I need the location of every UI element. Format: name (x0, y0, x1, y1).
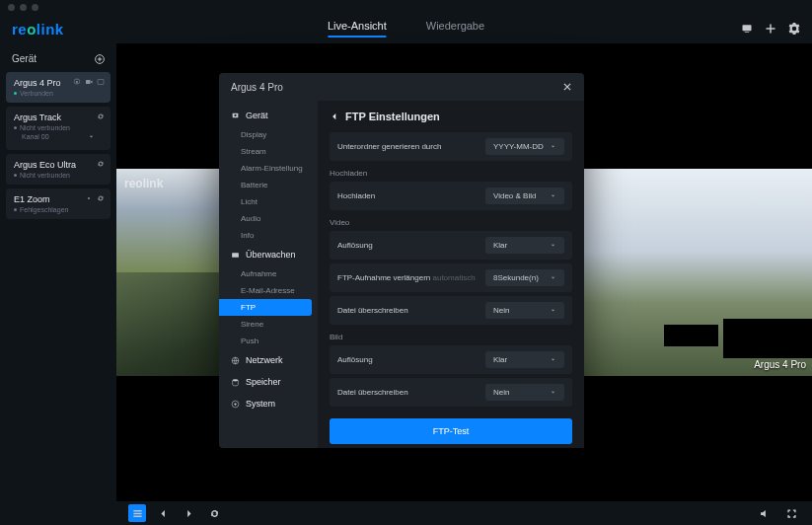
nav-section-system[interactable]: System (219, 393, 318, 414)
nav-item-stream[interactable]: Stream (219, 143, 318, 160)
layout-button[interactable] (128, 504, 146, 522)
select-overwrite[interactable]: Nein (485, 302, 564, 319)
svg-rect-1 (745, 32, 750, 33)
traffic-light-min[interactable] (20, 4, 27, 11)
nav-section-monitor[interactable]: Überwachen (219, 244, 318, 265)
svg-rect-0 (743, 25, 752, 31)
device-item[interactable]: Argus Eco Ultra Nicht verbunden (6, 154, 111, 185)
row-upload: Hochladen Video & Bild (330, 182, 572, 210)
nav-item-display[interactable]: Display (219, 126, 318, 143)
settings-modal: Argus 4 Pro Gerät Display Stream Alarm-E… (219, 73, 584, 448)
svg-point-15 (234, 113, 236, 115)
add-device-icon[interactable] (765, 23, 776, 35)
svg-point-10 (88, 197, 90, 199)
settings-icon[interactable] (788, 23, 800, 35)
select-img-overwrite[interactable]: Nein (485, 384, 564, 401)
svg-rect-13 (133, 515, 141, 516)
refresh-button[interactable] (205, 504, 223, 522)
row-subfolder: Unterordner generieren durch YYYY-MM-DD (330, 132, 572, 161)
select-resolution[interactable]: Klar (485, 237, 564, 254)
nav-item-siren[interactable]: Sirene (219, 316, 318, 333)
svg-point-19 (234, 403, 236, 405)
device-sidebar: Gerät Argus 4 Pro Verbunden Argus Track … (0, 43, 116, 501)
row-extend: FTP-Aufnahme verlängern automatisch 8Sek… (330, 263, 572, 292)
stream-icon[interactable] (85, 78, 93, 86)
nav-item-email[interactable]: E-Mail-Adresse (219, 282, 318, 299)
refresh-icon[interactable] (97, 112, 105, 120)
row-img-overwrite: Datei überschreiben Nein (330, 378, 572, 407)
svg-rect-9 (98, 80, 104, 85)
svg-rect-6 (98, 58, 102, 59)
nav-section-device[interactable]: Gerät (219, 105, 318, 126)
nav-item-light[interactable]: Licht (219, 193, 318, 210)
svg-rect-8 (86, 80, 91, 84)
nav-item-ftp[interactable]: FTP (219, 299, 312, 316)
refresh-icon[interactable] (97, 194, 105, 202)
tab-playback[interactable]: Wiedergabe (426, 20, 484, 38)
device-item[interactable]: E1 Zoom Fehlgeschlagen (6, 188, 111, 219)
gear-icon[interactable] (85, 194, 93, 202)
camera-feed[interactable]: Argus 4 Pro (580, 169, 812, 376)
select-extend[interactable]: 8Sekunde(n) (485, 269, 564, 286)
settings-nav: Gerät Display Stream Alarm-Einstellung B… (219, 101, 318, 448)
group-upload: Hochladen (330, 169, 572, 178)
svg-rect-11 (133, 510, 141, 511)
nav-item-battery[interactable]: Batterie (219, 177, 318, 193)
pane-title: FTP Einstellungen (345, 111, 440, 122)
ftp-test-button[interactable]: FTP-Test (330, 418, 572, 444)
svg-point-18 (233, 379, 239, 381)
nav-item-info[interactable]: Info (219, 227, 318, 244)
nav-section-network[interactable]: Netzwerk (219, 349, 318, 371)
close-icon[interactable] (562, 82, 572, 92)
svg-point-7 (76, 81, 78, 83)
settings-pane: FTP Einstellungen Unterordner generieren… (318, 101, 584, 448)
row-resolution: Auflösung Klar (330, 231, 572, 260)
app-header: reolink Live-Ansicht Wiedergabe (0, 14, 812, 43)
view-icon[interactable] (97, 78, 105, 86)
modal-title: Argus 4 Pro (231, 82, 283, 93)
device-item[interactable]: Argus 4 Pro Verbunden (6, 72, 111, 103)
select-upload[interactable]: Video & Bild (485, 188, 564, 204)
window-titlebar (0, 0, 812, 14)
nav-item-audio[interactable]: Audio (219, 210, 318, 227)
svg-rect-12 (133, 512, 141, 513)
tab-live-view[interactable]: Live-Ansicht (328, 20, 387, 38)
traffic-light-max[interactable] (32, 4, 38, 11)
player-toolbar (0, 501, 812, 525)
nav-item-push[interactable]: Push (219, 333, 318, 349)
select-img-resolution[interactable]: Klar (485, 351, 564, 368)
fullscreen-button[interactable] (782, 504, 800, 522)
group-video: Video (330, 218, 572, 227)
row-img-resolution: Auflösung Klar (330, 345, 572, 374)
volume-button[interactable] (755, 504, 773, 522)
gear-icon[interactable] (73, 78, 81, 86)
client-icon[interactable] (741, 23, 753, 35)
brand-logo: reolink (12, 21, 64, 38)
nav-section-storage[interactable]: Speicher (219, 371, 318, 393)
device-item[interactable]: Argus Track Nicht verbunden Kanal 00 (6, 107, 111, 150)
row-overwrite: Datei überschreiben Nein (330, 296, 572, 325)
feed-label: Argus 4 Pro (754, 359, 806, 370)
refresh-icon[interactable] (97, 160, 105, 168)
next-button[interactable] (180, 504, 197, 522)
chevron-down-icon[interactable] (88, 133, 95, 140)
group-image: Bild (330, 333, 572, 341)
svg-rect-16 (232, 253, 239, 258)
nav-item-alarm[interactable]: Alarm-Einstellung (219, 160, 318, 177)
traffic-light-close[interactable] (8, 4, 15, 11)
sidebar-title: Gerät (12, 53, 37, 64)
nav-item-record[interactable]: Aufnahme (219, 265, 318, 282)
svg-rect-3 (767, 28, 775, 30)
back-icon[interactable] (330, 112, 339, 121)
prev-button[interactable] (154, 504, 172, 522)
select-subfolder[interactable]: YYYY-MM-DD (485, 138, 564, 155)
add-icon[interactable] (95, 54, 105, 64)
